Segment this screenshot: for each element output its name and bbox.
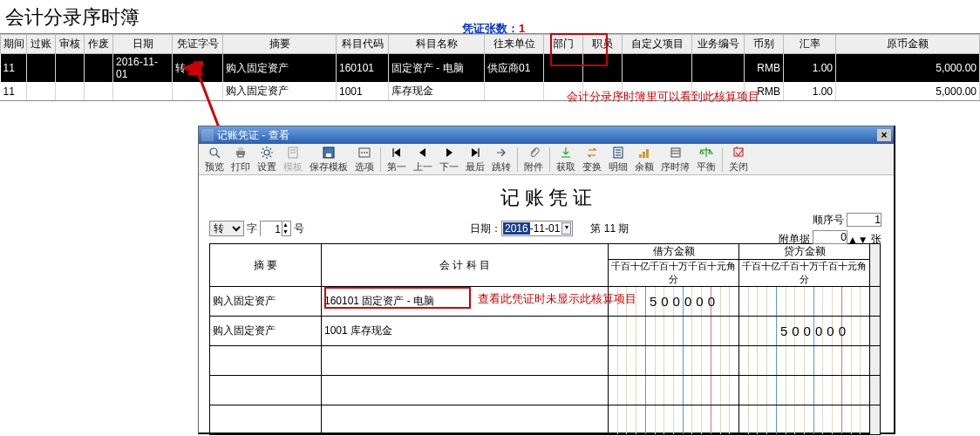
- svg-marker-23: [472, 148, 478, 157]
- grid-header[interactable]: 期间: [1, 35, 27, 54]
- grid-header[interactable]: 审核: [56, 35, 85, 54]
- toolbar-跳转[interactable]: 跳转: [488, 145, 514, 174]
- grid-header[interactable]: 作废: [85, 35, 113, 54]
- toolbar-设置[interactable]: 设置: [254, 145, 280, 174]
- toolbar-选项[interactable]: 选项: [351, 145, 378, 174]
- voucher-row[interactable]: [210, 405, 881, 435]
- toolbar-关闭[interactable]: 关闭: [725, 145, 752, 174]
- attach-suffix: 张: [871, 233, 881, 245]
- seq-label: 顺序号: [813, 214, 844, 226]
- svg-point-18: [366, 152, 368, 153]
- toolbar-下一[interactable]: 下一: [436, 145, 462, 174]
- grid-header[interactable]: 业务编号: [692, 35, 745, 54]
- zi-label: 字: [247, 221, 257, 236]
- svg-rect-14: [326, 153, 331, 157]
- svg-point-4: [210, 148, 217, 155]
- voucher-row[interactable]: 购入固定资产1001 库存现金500000: [210, 317, 881, 346]
- svg-rect-8: [238, 154, 243, 157]
- grid-header[interactable]: 原币金额: [836, 35, 980, 54]
- svg-point-16: [361, 152, 363, 153]
- svg-line-5: [216, 154, 220, 158]
- toolbar-模板[interactable]: 模板: [280, 145, 306, 174]
- table-row[interactable]: 11购入固定资产1001库存现金RMB1.005,000.00: [1, 82, 980, 100]
- voucher-entry-table[interactable]: 摘 要 会 计 科 目 借方金额 贷方金额 千百十亿千百十万千百十元角分 千百十…: [209, 243, 881, 435]
- date-picker[interactable]: 2016-11-01 ▾: [501, 221, 573, 236]
- toolbar-序时簿[interactable]: 序时簿: [657, 145, 693, 174]
- svg-rect-30: [639, 154, 642, 158]
- col-debit: 借方金额: [609, 244, 739, 260]
- annotation-note-2: 查看此凭证时未显示此核算项目: [478, 291, 636, 307]
- grid-header[interactable]: 币别: [745, 35, 784, 54]
- grid-header[interactable]: 科目代码: [337, 35, 389, 54]
- highlight-account-cell: [324, 287, 471, 309]
- grid-header[interactable]: 摘要: [223, 35, 337, 54]
- svg-point-9: [264, 150, 269, 155]
- voucher-count: 凭证张数：1: [462, 21, 525, 37]
- svg-rect-7: [238, 147, 243, 151]
- period-label: 第 11 期: [590, 221, 629, 236]
- col-summary: 摘 要: [210, 244, 322, 287]
- svg-marker-21: [419, 148, 425, 157]
- hao-label: 号: [294, 221, 304, 236]
- titlebar[interactable]: 记账凭证 - 查看 ×: [199, 126, 894, 144]
- grid-header[interactable]: 自定义项目: [623, 35, 692, 54]
- voucher-window: 记账凭证 - 查看 × 预览打印设置模板保存模板选项第一上一下一最后跳转附件获取…: [198, 126, 895, 434]
- svg-rect-32: [646, 149, 649, 158]
- toolbar-第一[interactable]: 第一: [384, 145, 410, 174]
- grid-header[interactable]: 汇率: [784, 35, 836, 54]
- annotation-note-1: 会计分录序时簿里可以看到此核算项目: [567, 89, 759, 105]
- table-row[interactable]: 112016-11-01转-1购入固定资产160101固定资产 - 电脑供应商0…: [1, 54, 980, 83]
- seq-input[interactable]: [847, 213, 881, 227]
- toolbar-获取[interactable]: 获取: [553, 145, 579, 174]
- toolbar-保存模板[interactable]: 保存模板: [306, 145, 351, 174]
- grid-header[interactable]: 日期: [113, 35, 173, 54]
- toolbar-平衡[interactable]: 平衡: [693, 145, 719, 174]
- voucher-row[interactable]: [210, 346, 881, 376]
- close-icon[interactable]: ×: [877, 129, 891, 141]
- grid-header[interactable]: 过账: [27, 35, 56, 54]
- voucher-type-select[interactable]: 转: [209, 221, 244, 236]
- attach-label: 附单据: [779, 233, 810, 245]
- toolbar-预览[interactable]: 预览: [201, 145, 228, 174]
- toolbar-余额[interactable]: 余额: [631, 145, 657, 174]
- window-title: 记账凭证 - 查看: [217, 128, 289, 143]
- toolbar-打印[interactable]: 打印: [228, 145, 254, 174]
- calendar-icon[interactable]: ▾: [561, 222, 571, 235]
- journal-grid[interactable]: 期间过账审核作废日期凭证字号摘要科目代码科目名称往来单位部门职员自定义项目业务编…: [0, 33, 980, 101]
- svg-rect-33: [671, 148, 680, 157]
- toolbar-最后[interactable]: 最后: [462, 145, 488, 174]
- svg-marker-20: [394, 148, 400, 157]
- toolbar-上一[interactable]: 上一: [410, 145, 436, 174]
- grid-header[interactable]: 科目名称: [389, 35, 485, 54]
- svg-rect-31: [643, 152, 645, 158]
- highlight-vendor-column: [550, 33, 608, 66]
- svg-point-17: [364, 152, 365, 153]
- attach-spinner[interactable]: ▲▼: [813, 230, 868, 249]
- col-account: 会 计 科 目: [322, 244, 609, 287]
- window-icon: [201, 129, 214, 141]
- toolbar-附件[interactable]: 附件: [521, 145, 547, 174]
- toolbar-变换[interactable]: 变换: [579, 145, 605, 174]
- toolbar: 预览打印设置模板保存模板选项第一上一下一最后跳转附件获取变换明细余额序时簿平衡关…: [199, 144, 894, 175]
- voucher-row[interactable]: [210, 376, 881, 405]
- date-label: 日期：: [470, 221, 501, 236]
- grid-header[interactable]: 凭证字号: [173, 35, 223, 54]
- toolbar-明细[interactable]: 明细: [605, 145, 631, 174]
- svg-marker-22: [446, 148, 453, 157]
- voucher-number-spinner[interactable]: ▲▼: [260, 221, 291, 236]
- grid-header[interactable]: 往来单位: [485, 35, 544, 54]
